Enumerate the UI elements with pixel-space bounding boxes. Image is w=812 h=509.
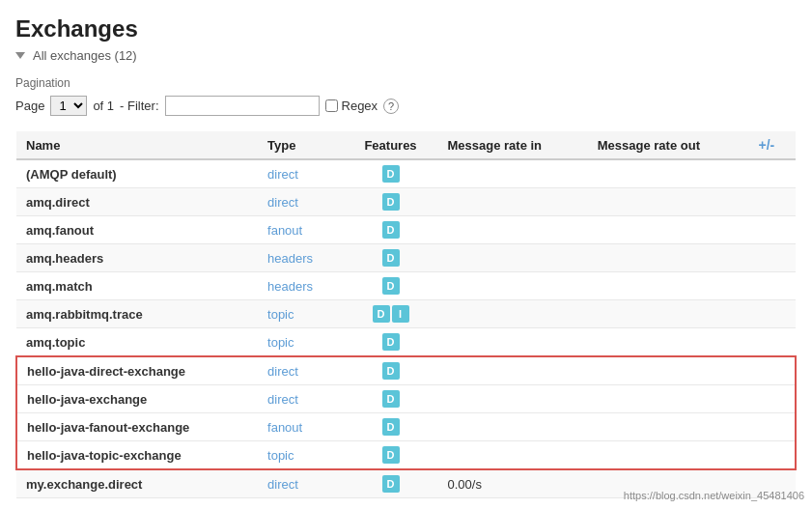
col-features: Features xyxy=(344,131,438,159)
cell-msg-out xyxy=(588,272,749,300)
cell-msg-out xyxy=(588,413,749,441)
cell-msg-in xyxy=(438,328,588,357)
cell-plus-minus xyxy=(748,159,796,188)
cell-type: direct xyxy=(258,188,343,216)
page-label: Page xyxy=(15,99,44,113)
cell-name: amq.topic xyxy=(16,328,258,357)
cell-type: fanout xyxy=(258,413,343,441)
table-row[interactable]: amq.rabbitmq.tracetopicDI xyxy=(16,300,796,328)
cell-msg-in xyxy=(438,188,588,216)
cell-msg-in xyxy=(438,244,588,272)
cell-msg-out xyxy=(588,159,749,188)
cell-plus-minus xyxy=(748,328,796,357)
cell-name: amq.fanout xyxy=(16,216,258,244)
of-label: of 1 xyxy=(93,99,114,113)
cell-features: D xyxy=(344,328,438,357)
cell-msg-out xyxy=(588,328,749,357)
cell-msg-out xyxy=(588,385,749,413)
regex-checkbox[interactable] xyxy=(325,99,338,112)
cell-name: amq.match xyxy=(16,272,258,300)
cell-plus-minus xyxy=(748,413,796,441)
cell-plus-minus xyxy=(748,272,796,300)
cell-msg-in xyxy=(438,216,588,244)
table-row[interactable]: hello-java-direct-exchangedirectD xyxy=(16,356,796,385)
cell-type: direct xyxy=(258,159,343,188)
table-row[interactable]: hello-java-fanout-exchangefanoutD xyxy=(16,413,796,441)
feature-badge: D xyxy=(382,418,400,436)
cell-type: topic xyxy=(258,328,343,357)
table-row[interactable]: hello-java-topic-exchangetopicD xyxy=(16,441,796,470)
cell-name: amq.direct xyxy=(16,188,258,216)
regex-label: Regex xyxy=(325,99,378,113)
cell-features: DI xyxy=(344,300,438,328)
table-row[interactable]: amq.matchheadersD xyxy=(16,272,796,300)
exchanges-table: Name Type Features Message rate in Messa… xyxy=(15,131,797,498)
feature-badge: D xyxy=(382,446,400,464)
cell-msg-out xyxy=(588,188,749,216)
cell-msg-in: 0.00/s xyxy=(438,469,588,498)
feature-badge: D xyxy=(382,165,400,183)
cell-features: D xyxy=(344,159,438,188)
cell-name: my.exchange.direct xyxy=(16,469,258,498)
feature-badge: D xyxy=(382,333,400,351)
pagination-row: Page 1 of 1 - Filter: Regex ? xyxy=(15,96,797,116)
feature-badge: D xyxy=(382,221,400,239)
table-row[interactable]: (AMQP default)directD xyxy=(16,159,796,188)
feature-badge: D xyxy=(382,475,400,493)
table-row[interactable]: amq.topictopicD xyxy=(16,328,796,357)
table-header-row: Name Type Features Message rate in Messa… xyxy=(16,131,796,159)
cell-plus-minus xyxy=(748,385,796,413)
collapse-icon[interactable] xyxy=(15,52,25,59)
cell-name: hello-java-topic-exchange xyxy=(16,441,258,470)
cell-plus-minus xyxy=(748,244,796,272)
cell-name: amq.headers xyxy=(16,244,258,272)
feature-badge: D xyxy=(382,193,400,211)
filter-input[interactable] xyxy=(165,96,320,116)
table-row[interactable]: amq.headersheadersD xyxy=(16,244,796,272)
col-plus-minus: +/- xyxy=(748,131,796,159)
cell-features: D xyxy=(344,441,438,470)
cell-name: hello-java-exchange xyxy=(16,385,258,413)
cell-type: headers xyxy=(258,272,343,300)
feature-badge: D xyxy=(382,249,400,267)
cell-plus-minus xyxy=(748,216,796,244)
page-title: Exchanges xyxy=(15,15,797,42)
feature-badge: I xyxy=(392,305,409,323)
cell-features: D xyxy=(344,469,438,498)
cell-plus-minus xyxy=(748,300,796,328)
cell-features: D xyxy=(344,188,438,216)
col-name: Name xyxy=(16,131,258,159)
cell-msg-in xyxy=(438,441,588,470)
cell-type: fanout xyxy=(258,216,343,244)
page-select[interactable]: 1 xyxy=(50,96,87,116)
col-msg-out: Message rate out xyxy=(588,131,749,159)
cell-type: topic xyxy=(258,441,343,470)
col-msg-in: Message rate in xyxy=(438,131,588,159)
feature-badge: D xyxy=(382,390,400,408)
cell-type: direct xyxy=(258,356,343,385)
cell-features: D xyxy=(344,244,438,272)
cell-type: topic xyxy=(258,300,343,328)
cell-plus-minus xyxy=(748,441,796,470)
cell-features: D xyxy=(344,356,438,385)
cell-msg-in xyxy=(438,159,588,188)
cell-type: direct xyxy=(258,469,343,498)
cell-msg-out xyxy=(588,300,749,328)
feature-badge: D xyxy=(382,277,400,295)
table-row[interactable]: hello-java-exchangedirectD xyxy=(16,385,796,413)
filter-label: - Filter: xyxy=(120,99,158,113)
cell-msg-in xyxy=(438,356,588,385)
cell-msg-in xyxy=(438,413,588,441)
all-exchanges-label: All exchanges (12) xyxy=(15,48,797,63)
help-icon[interactable]: ? xyxy=(383,99,399,114)
cell-msg-in xyxy=(438,272,588,300)
cell-plus-minus xyxy=(748,188,796,216)
table-row[interactable]: amq.fanoutfanoutD xyxy=(16,216,796,244)
table-row[interactable]: amq.directdirectD xyxy=(16,188,796,216)
feature-badge: D xyxy=(382,362,400,380)
cell-msg-out xyxy=(588,441,749,470)
cell-features: D xyxy=(344,216,438,244)
cell-plus-minus xyxy=(748,356,796,385)
cell-features: D xyxy=(344,272,438,300)
cell-msg-in xyxy=(438,300,588,328)
